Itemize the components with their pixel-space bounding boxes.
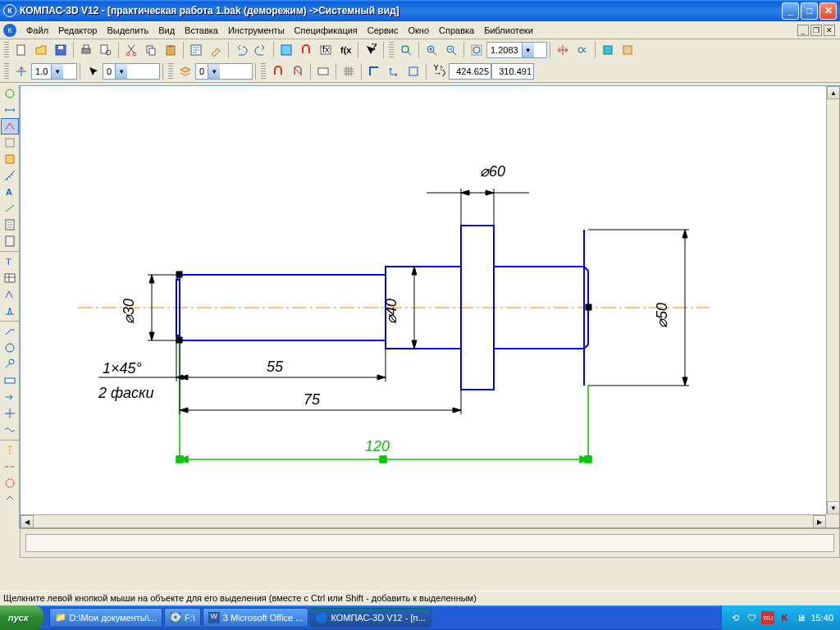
rough-tool[interactable] bbox=[1, 286, 19, 303]
grip-icon[interactable] bbox=[261, 63, 266, 80]
tray-icon[interactable]: ⟲ bbox=[728, 611, 742, 624]
menu-view[interactable]: Вид bbox=[153, 24, 180, 37]
menu-tools[interactable]: Инструменты bbox=[223, 24, 290, 37]
pan-button[interactable] bbox=[554, 41, 572, 59]
axis-tool[interactable] bbox=[1, 459, 19, 475]
maximize-button[interactable]: □ bbox=[801, 2, 818, 20]
arrow-tool[interactable] bbox=[1, 389, 19, 405]
center-tool[interactable] bbox=[1, 405, 19, 422]
command-input[interactable] bbox=[25, 534, 834, 552]
scroll-down-icon[interactable]: ▼ bbox=[827, 501, 840, 514]
param-button[interactable] bbox=[314, 62, 332, 80]
manager-button[interactable] bbox=[277, 41, 295, 59]
new-button[interactable] bbox=[12, 41, 30, 59]
grip-icon[interactable] bbox=[4, 42, 9, 58]
toolbar-btn[interactable] bbox=[619, 41, 637, 59]
text-insert-tool[interactable]: T bbox=[1, 253, 19, 270]
zoom-combo[interactable]: 1.2083▼ bbox=[486, 42, 547, 58]
report-tool[interactable] bbox=[1, 233, 19, 249]
snap-global-button[interactable] bbox=[269, 62, 287, 80]
notation-tool[interactable] bbox=[1, 118, 19, 135]
paste-button[interactable] bbox=[162, 41, 180, 59]
undo-button[interactable] bbox=[232, 41, 250, 59]
task-button[interactable]: W3 Microsoft Office ... bbox=[203, 608, 309, 628]
save-button[interactable] bbox=[52, 41, 70, 59]
zoom-out-button[interactable] bbox=[442, 41, 460, 59]
redo-button[interactable] bbox=[252, 41, 270, 59]
spec-tool[interactable] bbox=[1, 217, 19, 233]
zoom-prev-button[interactable] bbox=[573, 41, 591, 59]
coord-y-input[interactable] bbox=[491, 63, 534, 80]
help-button[interactable]: ? bbox=[362, 41, 380, 59]
copy-button[interactable] bbox=[142, 41, 160, 59]
ortho-button[interactable] bbox=[365, 62, 383, 80]
axis-circle-tool[interactable] bbox=[1, 475, 19, 491]
system-tray[interactable]: ⟲ 🛡 RU K 🖥 15:40 bbox=[721, 605, 840, 630]
mdi-min[interactable]: _ bbox=[797, 25, 809, 36]
menu-file[interactable]: Файл bbox=[21, 24, 53, 37]
zoom-in-button[interactable] bbox=[422, 41, 441, 59]
drawing-canvas[interactable]: 120 55 75 1×45° 2 фаски bbox=[20, 85, 840, 528]
snap-button[interactable] bbox=[297, 41, 315, 59]
cut-button[interactable] bbox=[122, 41, 140, 59]
zoom-fit-button[interactable] bbox=[468, 41, 486, 59]
grip-icon[interactable] bbox=[389, 42, 394, 58]
task-button[interactable]: 📁D:\Мои документы\... bbox=[49, 608, 162, 628]
close-button[interactable]: ✕ bbox=[819, 2, 837, 20]
scroll-up-icon[interactable]: ▲ bbox=[827, 86, 840, 99]
print-button[interactable] bbox=[77, 41, 95, 59]
grid-button[interactable] bbox=[340, 62, 358, 80]
menu-help[interactable]: Справка bbox=[434, 24, 479, 37]
dim-tool[interactable] bbox=[1, 102, 19, 118]
brand-tool[interactable] bbox=[1, 340, 19, 356]
menu-edit[interactable]: Редактор bbox=[53, 24, 102, 37]
menu-select[interactable]: Выделить bbox=[102, 24, 153, 37]
snap-off-button[interactable] bbox=[289, 62, 307, 80]
task-button[interactable]: 💽F:\ bbox=[164, 608, 201, 628]
auto-axis-tool[interactable] bbox=[1, 442, 19, 459]
refresh-button[interactable] bbox=[599, 41, 617, 59]
style-combo[interactable]: 0▼ bbox=[195, 63, 253, 80]
scrollbar-horizontal[interactable]: ◀ ▶ bbox=[21, 514, 826, 527]
scroll-right-icon[interactable]: ▶ bbox=[813, 515, 826, 528]
geom-tool[interactable] bbox=[1, 85, 19, 102]
start-button[interactable]: пуск bbox=[0, 605, 43, 630]
fx-button[interactable]: f(x) bbox=[336, 41, 354, 59]
layers-button[interactable] bbox=[176, 62, 194, 80]
lang-icon[interactable]: RU bbox=[761, 611, 774, 624]
properties-button[interactable] bbox=[187, 41, 205, 59]
minimize-button[interactable]: _ bbox=[782, 2, 799, 20]
grip-icon[interactable] bbox=[4, 63, 9, 80]
menu-spec[interactable]: Спецификация bbox=[290, 24, 363, 37]
edit-tool[interactable] bbox=[1, 135, 19, 151]
variables-button[interactable]: fx bbox=[317, 41, 335, 59]
leader-tool[interactable] bbox=[1, 323, 19, 340]
tray-icon[interactable]: 🖥 bbox=[794, 611, 807, 624]
text-tool[interactable]: A bbox=[1, 184, 19, 200]
open-button[interactable] bbox=[32, 41, 50, 59]
line-tool[interactable] bbox=[1, 200, 19, 217]
copy-props-button[interactable] bbox=[207, 41, 225, 59]
task-button-active[interactable]: КОМПАС-3D V12 - [п... bbox=[310, 608, 431, 628]
scrollbar-vertical[interactable]: ▲ ▼ bbox=[826, 86, 839, 514]
cursor-mode-button[interactable] bbox=[84, 62, 102, 80]
mdi-close[interactable]: ✕ bbox=[824, 25, 835, 36]
wave-tool[interactable] bbox=[1, 422, 19, 438]
ucs-button[interactable] bbox=[385, 62, 403, 80]
linewidth-combo[interactable]: 1.0▼ bbox=[31, 63, 77, 80]
tray-icon[interactable]: 🛡 bbox=[745, 611, 758, 624]
param-tool[interactable] bbox=[1, 151, 19, 167]
tolerance-tool[interactable] bbox=[1, 372, 19, 389]
grid-step-button[interactable] bbox=[12, 62, 30, 80]
menu-service[interactable]: Сервис bbox=[363, 24, 404, 37]
clock[interactable]: 15:40 bbox=[810, 613, 833, 623]
layer-combo[interactable]: 0▼ bbox=[103, 63, 160, 80]
zoom-frame-button[interactable] bbox=[397, 41, 415, 59]
scroll-left-icon[interactable]: ◀ bbox=[21, 515, 34, 528]
pos-tool[interactable] bbox=[1, 356, 19, 372]
menu-libs[interactable]: Библиотеки bbox=[479, 24, 538, 37]
preview-button[interactable] bbox=[97, 41, 115, 59]
expand-icon[interactable] bbox=[1, 491, 19, 508]
grip-icon[interactable] bbox=[168, 63, 173, 80]
round-button[interactable] bbox=[404, 62, 422, 80]
